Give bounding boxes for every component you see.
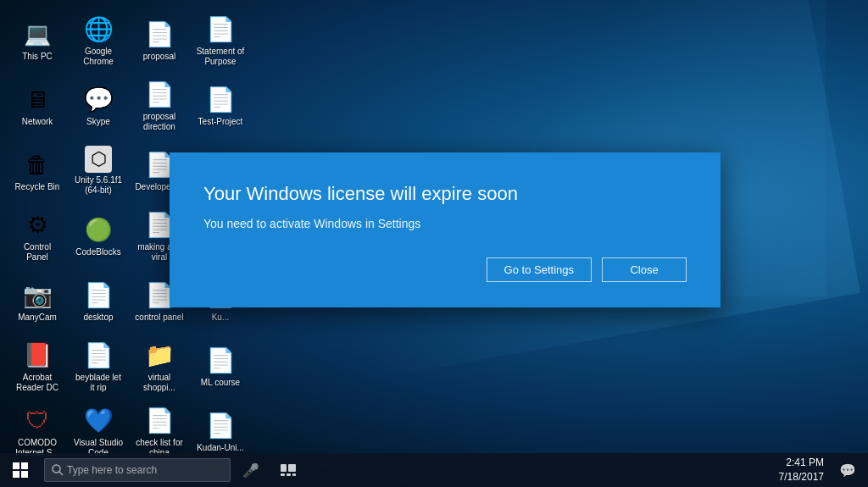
desktop: 💻 This PC 🌐 Google Chrome 📄 proposal 📄 S… bbox=[0, 0, 868, 487]
dialog-overlay: Your Windows license will expire soon Yo… bbox=[0, 0, 868, 453]
svg-rect-2 bbox=[13, 471, 19, 478]
svg-rect-6 bbox=[281, 464, 287, 472]
svg-rect-10 bbox=[292, 473, 296, 476]
svg-rect-7 bbox=[288, 464, 296, 472]
clock: 2:41 PM 7/18/2017 bbox=[772, 456, 831, 484]
notification-icon[interactable]: 💬 bbox=[834, 453, 861, 487]
go-to-settings-button[interactable]: Go to Settings bbox=[487, 257, 592, 282]
microphone-icon[interactable]: 🎤 bbox=[234, 453, 268, 487]
svg-rect-3 bbox=[21, 471, 28, 478]
taskbar: Type here to search 🎤 2:41 PM 7/18/2017 … bbox=[0, 453, 868, 487]
svg-rect-0 bbox=[13, 462, 19, 469]
license-dialog: Your Windows license will expire soon Yo… bbox=[170, 152, 721, 307]
svg-rect-9 bbox=[287, 473, 291, 476]
svg-rect-1 bbox=[21, 462, 28, 469]
close-button[interactable]: Close bbox=[602, 257, 687, 282]
taskbar-right: 2:41 PM 7/18/2017 💬 bbox=[772, 453, 868, 487]
dialog-message: You need to activate Windows in Settings bbox=[203, 217, 687, 230]
search-bar[interactable]: Type here to search bbox=[44, 458, 231, 482]
clock-date: 7/18/2017 bbox=[779, 470, 824, 484]
svg-rect-8 bbox=[281, 473, 285, 476]
start-button[interactable] bbox=[0, 453, 41, 487]
clock-time: 2:41 PM bbox=[779, 456, 824, 470]
svg-point-4 bbox=[53, 465, 60, 473]
search-placeholder: Type here to search bbox=[67, 464, 157, 476]
dialog-title: Your Windows license will expire soon bbox=[203, 183, 687, 205]
dialog-buttons: Go to Settings Close bbox=[203, 257, 687, 282]
svg-line-5 bbox=[59, 472, 63, 475]
task-view-icon[interactable] bbox=[271, 453, 305, 487]
